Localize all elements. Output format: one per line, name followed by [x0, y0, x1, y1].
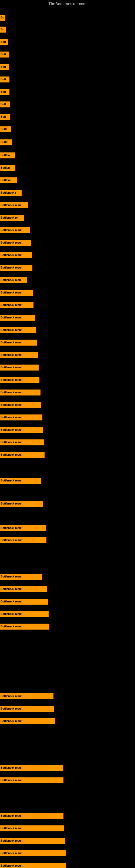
bar-label: Bottl — [0, 126, 11, 132]
bar-row: Bottleneck resu — [0, 277, 27, 283]
bar-row: Bottlen — [0, 152, 15, 158]
bar-row: Bott — [0, 101, 10, 107]
bar-row: Bottleneck result — [0, 706, 54, 712]
bar-row: Bott — [0, 64, 9, 70]
bar-row: Bo — [0, 14, 5, 21]
bar-row: Bottleneck result — [0, 315, 35, 321]
bar-label: Bott — [0, 76, 9, 83]
bar-row: Bottleneck result — [0, 718, 55, 724]
bar-label: Bottleneck resu — [0, 277, 27, 283]
bar-label: Bottleneck result — [0, 315, 35, 321]
bar-label: Bottleneck result — [0, 265, 32, 271]
bar-row: Bottleneck result — [0, 439, 44, 445]
bar-row: Bottleneck result — [0, 850, 65, 856]
bar-label: Bottleneck result — [0, 452, 45, 458]
bar-row: Bottleneck result — [0, 863, 66, 868]
bar-label: Bottleneck result — [0, 765, 63, 771]
bar-row: Bottle — [0, 140, 12, 145]
bar-label: Bottleneck re — [0, 215, 24, 221]
bar-label: Bottleneck result — [0, 252, 32, 258]
bar-label: Bottleneck result — [0, 599, 48, 604]
bar-label: Bottleneck result — [0, 826, 64, 831]
bar-label: Bottleneck result — [0, 340, 37, 346]
bar-label: Bo — [0, 14, 5, 21]
bar-label: Bottleneck resul — [0, 203, 28, 208]
bar-row: Bott — [0, 76, 9, 83]
bar-row: Bott — [0, 89, 9, 95]
bar-row: Bottleneck result — [0, 327, 36, 333]
bar-row: Bottleneck result — [0, 365, 39, 371]
bar-label: Bott — [0, 39, 8, 45]
bar-label: Bottleneck result — [0, 414, 42, 421]
bar-label: Bottleneck result — [0, 537, 46, 543]
bar-label: Bottleneck result — [0, 863, 66, 868]
bar-label: Bottlen — [0, 152, 15, 158]
bar-label: Bo — [0, 27, 6, 33]
bar-row: Bottleneck result — [0, 340, 37, 346]
bar-row: Bottleneck result — [0, 390, 41, 396]
bar-label: Bottleneck result — [0, 439, 44, 445]
bar-label: Bottleneck result — [0, 813, 63, 819]
bar-row: Bo — [0, 27, 6, 33]
bar-row: Bottleneck result — [0, 693, 53, 699]
bar-row: Bottleneck result — [0, 352, 38, 358]
bar-row: Bottleneck result — [0, 402, 41, 408]
bar-label: Bottleneck result — [0, 352, 38, 358]
bar-row: Bottleneck result — [0, 611, 49, 617]
bar-label: Bottleneck result — [0, 777, 63, 783]
bar-row: Bottleneck result — [0, 252, 32, 258]
bar-row: Bottleneck r — [0, 190, 21, 196]
bar-row: Bottleneck result — [0, 586, 47, 592]
bar-row: Bottleneck result — [0, 452, 45, 458]
bar-label: Bottlene — [0, 177, 17, 183]
bar-row: Bottleneck result — [0, 302, 34, 308]
bar-row: Bottleneck result — [0, 377, 39, 383]
bar-label: Bottleneck result — [0, 478, 41, 484]
bar-label: Bottleneck result — [0, 525, 46, 531]
bar-label: Bottleneck result — [0, 227, 30, 233]
bar-label: Bottleneck result — [0, 624, 49, 629]
bar-row: Bottleneck result — [0, 624, 49, 629]
bar-label: Bottleneck result — [0, 611, 49, 617]
bar-label: Bottlen — [0, 165, 15, 171]
bar-label: Bottleneck r — [0, 190, 21, 196]
bar-label: Bottleneck result — [0, 574, 42, 580]
bar-row: Bottleneck result — [0, 501, 43, 507]
bar-row: Bottleneck result — [0, 826, 64, 831]
bar-label: Bottleneck result — [0, 240, 31, 246]
bar-row: Bott — [0, 39, 8, 45]
bar-row: Bottleneck resul — [0, 203, 28, 208]
bar-row: Bottleneck result — [0, 427, 43, 433]
bar-label: Bottleneck result — [0, 838, 65, 844]
bar-label: Bottleneck result — [0, 402, 41, 408]
bar-label: Bott — [0, 89, 9, 95]
bar-label: Bott — [0, 114, 10, 120]
bar-label: Bott — [0, 101, 10, 107]
bar-row: Bottleneck re — [0, 215, 24, 221]
bar-row: Bottlene — [0, 177, 17, 183]
bar-row: Bottleneck result — [0, 537, 46, 543]
bar-row: Bottl — [0, 126, 11, 132]
bar-label: Bottleneck result — [0, 850, 65, 856]
bar-label: Bottleneck result — [0, 501, 43, 507]
bar-label: Bott — [0, 64, 9, 70]
bar-label: Bott — [0, 52, 9, 58]
bar-row: Bottleneck result — [0, 265, 32, 271]
site-title: TheBottlenecker.com — [0, 0, 135, 7]
bar-label: Bottleneck result — [0, 390, 41, 396]
bar-label: Bottle — [0, 140, 12, 145]
bar-row: Bottleneck result — [0, 227, 30, 233]
bar-label: Bottleneck result — [0, 290, 33, 296]
bar-row: Bottleneck result — [0, 478, 41, 484]
bar-label: Bottleneck result — [0, 427, 43, 433]
bar-row: Bottleneck result — [0, 777, 63, 783]
bar-label: Bottleneck result — [0, 693, 53, 699]
bar-label: Bottleneck result — [0, 327, 36, 333]
bar-row: Bottleneck result — [0, 599, 48, 604]
bar-label: Bottleneck result — [0, 377, 39, 383]
bar-row: Bottleneck result — [0, 290, 33, 296]
bar-row: Bottleneck result — [0, 414, 42, 421]
bar-row: Bottleneck result — [0, 525, 46, 531]
bar-label: Bottleneck result — [0, 706, 54, 712]
bar-row: Bottleneck result — [0, 240, 31, 246]
